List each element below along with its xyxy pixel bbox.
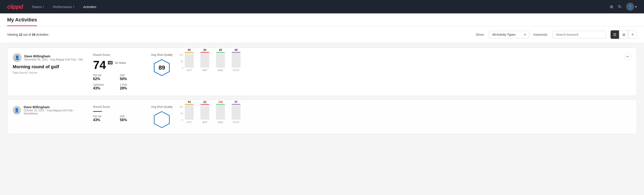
stats-grid: FW Hit 62% GIR 50% Up/Down 43% 1 Putt 28… bbox=[93, 74, 142, 90]
user-date: December 05, 2021 - Gog Magog Golf Club … bbox=[24, 58, 82, 61]
card-quality: Avg Shot Quality 89 100 50 0 bbox=[151, 53, 615, 76]
hexagon-value: 89 bbox=[159, 64, 165, 71]
hexagon-wrap: 89 bbox=[151, 59, 173, 76]
bar-chart-wrap: 100 50 0 94 OTT bbox=[180, 106, 631, 128]
hexagon: 89 bbox=[153, 59, 171, 76]
performance-chevron-icon: ▾ bbox=[73, 6, 74, 8]
navbar: clippd Teams ▾ Performance ▾ Activities … bbox=[0, 0, 644, 14]
round-score-value bbox=[93, 111, 102, 112]
search-input[interactable] bbox=[552, 31, 606, 38]
card-quality: Avg Shot Quality 100 50 0 bbox=[151, 105, 631, 128]
user-icon: 👤 bbox=[628, 4, 632, 9]
bar-col-putt: 89 PUTT bbox=[232, 48, 240, 72]
round-score-row: 74 +4 18 Holes bbox=[93, 59, 142, 71]
compact-view-button[interactable]: ≡ bbox=[628, 30, 637, 39]
bar-col-app: 90 APP bbox=[200, 48, 209, 72]
card-stats: Round Score 74 +4 18 Holes FW Hit 62% GI… bbox=[93, 53, 142, 90]
card-user: 👤 Dave Billingham December 05, 2021 - Go… bbox=[13, 53, 84, 62]
nav-teams[interactable]: Teams ▾ bbox=[32, 5, 44, 9]
navbar-right: ⊕ ↻ 👤 ▾ bbox=[610, 3, 637, 11]
refresh-icon[interactable]: ↻ bbox=[618, 4, 622, 9]
user-date: October 16, 2021 - Gog Magog Golf Club -… bbox=[24, 109, 84, 115]
stat-fw-hit: FW Hit 62% bbox=[93, 74, 115, 81]
navbar-left: clippd Teams ▾ Performance ▾ Activities bbox=[7, 3, 96, 10]
stat-1putt: 1 Putt 28% bbox=[120, 83, 142, 90]
round-score-label: Round Score bbox=[93, 53, 142, 56]
svg-marker-1 bbox=[154, 112, 169, 128]
logo: clippd bbox=[7, 3, 23, 10]
stat-gir: GIR 50% bbox=[120, 74, 142, 81]
bar-col-putt: 87 PUTT bbox=[232, 100, 240, 124]
select-chevron-icon: ▾ bbox=[524, 33, 526, 36]
teams-chevron-icon: ▾ bbox=[43, 6, 44, 8]
avatar: 👤 bbox=[13, 106, 21, 115]
round-score-label: Round Score bbox=[93, 105, 142, 108]
stats-grid: FW Hit 43% GIR 56% bbox=[93, 115, 142, 122]
bar-chart-wrap: 100 50 0 85 OTT bbox=[180, 54, 615, 76]
user-name: Dave Billingham bbox=[24, 105, 84, 109]
list-view-button[interactable]: ☰ bbox=[610, 30, 619, 39]
card-user: 👤 Dave Billingham October 16, 2021 - Gog… bbox=[13, 105, 84, 115]
view-toggle: ☰ ⊞ ≡ bbox=[610, 30, 637, 39]
activity-card: 👤 Dave Billingham October 16, 2021 - Gog… bbox=[7, 100, 637, 134]
show-label: Show: bbox=[476, 33, 484, 36]
score-diff-badge: +4 bbox=[108, 61, 113, 64]
grid-view-button[interactable]: ⊞ bbox=[620, 30, 628, 39]
hexagon bbox=[153, 111, 171, 128]
bar-col-app: 82 APP bbox=[200, 100, 209, 124]
activity-title: Morning round of golf bbox=[13, 64, 84, 70]
stat-gir: GIR 56% bbox=[120, 115, 142, 122]
bar-col-ott: 85 OTT bbox=[185, 48, 194, 72]
round-score-value: 74 bbox=[93, 59, 106, 71]
stat-updown: Up/Down 43% bbox=[93, 83, 115, 90]
holes-text: 18 Holes bbox=[114, 61, 126, 64]
bar-col-ott: 94 OTT bbox=[185, 100, 194, 124]
filters-row: Viewing 12 out of 29 Activities Show: Al… bbox=[0, 26, 644, 43]
user-menu[interactable]: 👤 ▾ bbox=[626, 3, 637, 11]
avatar: 👤 bbox=[13, 53, 22, 62]
activity-type-select[interactable]: All Activity Types ▾ bbox=[489, 31, 529, 38]
user-chevron-icon: ▾ bbox=[635, 5, 637, 9]
activities-list: 👤 Dave Billingham December 05, 2021 - Go… bbox=[0, 43, 644, 138]
quality-label: Avg Shot Quality bbox=[151, 105, 173, 108]
data-source: Data Source: Arccos bbox=[13, 71, 84, 74]
edit-button[interactable]: ✏ bbox=[624, 53, 631, 60]
chart-y-labels: 100 50 0 bbox=[180, 54, 183, 70]
stat-fw-hit: FW Hit 43% bbox=[93, 115, 115, 122]
add-icon[interactable]: ⊕ bbox=[610, 4, 614, 9]
bar-col-arg: 89 ARG bbox=[216, 48, 225, 72]
bar-col-arg: 106 ARG bbox=[216, 100, 225, 124]
card-stats: Round Score FW Hit 43% GIR 56% bbox=[93, 105, 142, 122]
bar-chart: 94 OTT 82 bbox=[185, 106, 240, 128]
nav-activities[interactable]: Activities bbox=[83, 5, 96, 9]
card-left: 👤 Dave Billingham December 05, 2021 - Go… bbox=[13, 53, 84, 74]
hexagon-svg bbox=[153, 111, 171, 128]
quality-label: Avg Shot Quality bbox=[151, 53, 173, 56]
viewing-text: Viewing 12 out of 29 Activities bbox=[7, 33, 471, 36]
user-name: Dave Billingham bbox=[24, 54, 82, 58]
page-header: My Activities bbox=[0, 14, 644, 26]
nav-performance[interactable]: Performance ▾ bbox=[53, 5, 74, 9]
avatar: 👤 bbox=[626, 3, 634, 11]
card-left: 👤 Dave Billingham October 16, 2021 - Gog… bbox=[13, 105, 84, 117]
keywords-label: Keywords: bbox=[534, 33, 548, 36]
activity-card: 👤 Dave Billingham December 05, 2021 - Go… bbox=[7, 48, 637, 96]
bar-chart: 85 OTT 90 bbox=[185, 54, 240, 76]
page-title: My Activities bbox=[7, 17, 37, 26]
round-score-row bbox=[93, 111, 142, 112]
chart-y-labels: 100 50 0 bbox=[180, 106, 183, 121]
hexagon-wrap bbox=[151, 111, 173, 128]
